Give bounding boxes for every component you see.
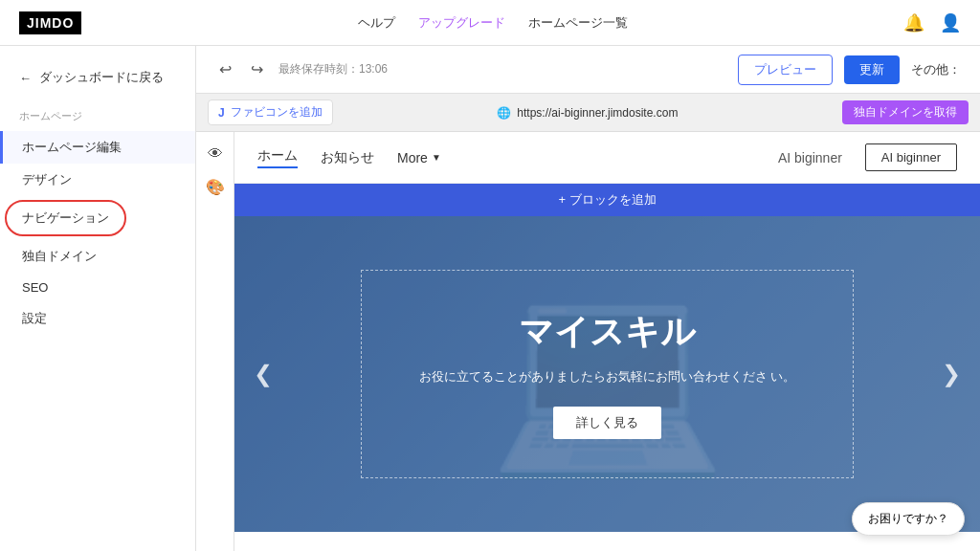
- add-block-bar[interactable]: + ブロックを追加: [234, 184, 980, 216]
- preview-nav-more[interactable]: More ▼: [397, 150, 441, 165]
- nav-help[interactable]: ヘルプ: [358, 14, 395, 32]
- update-button[interactable]: 更新: [844, 55, 900, 84]
- preview-nav: ホーム お知らせ More ▼ AI biginner AI biginner: [234, 132, 980, 184]
- browser-bar: J ファビコンを追加 🌐 https://ai-biginner.jimdosi…: [196, 94, 980, 132]
- navigation-label: ナビゲーション: [22, 210, 109, 225]
- preview-nav-title: AI biginner: [778, 150, 842, 165]
- editor-toolbar: ↩ ↪ 最終保存時刻：13:06 プレビュー 更新 その他：: [196, 46, 980, 94]
- preview-nav-home[interactable]: ホーム: [257, 147, 298, 168]
- url-text: https://ai-biginner.jimdosite.com: [517, 106, 678, 120]
- url-bar: 🌐 https://ai-biginner.jimdosite.com: [345, 106, 831, 120]
- nav-upgrade[interactable]: アップグレード: [418, 14, 505, 32]
- sidebar-section-label: ホームページ: [0, 105, 195, 131]
- hero-prev-button[interactable]: ❮: [254, 361, 273, 387]
- hero-section: 💻 マイスキル お役に立てることがありましたらお気軽にお問い合わせくださ い。 …: [234, 216, 980, 532]
- back-label: ダッシュボードに戻る: [39, 69, 164, 86]
- hero-subtitle: お役に立てることがありましたらお気軽にお問い合わせくださ い。: [419, 367, 796, 387]
- undo-button[interactable]: ↩: [215, 56, 235, 82]
- eye-icon-button[interactable]: 👁: [202, 140, 229, 168]
- hero-next-button[interactable]: ❯: [942, 361, 961, 387]
- hero-title: マイスキル: [419, 309, 796, 356]
- preview-button[interactable]: プレビュー: [738, 55, 833, 85]
- other-button[interactable]: その他：: [911, 61, 961, 78]
- top-nav: ヘルプ アップグレード ホームページ一覧: [358, 14, 628, 32]
- jimdo-j-icon: J: [218, 106, 225, 120]
- favicon-button[interactable]: J ファビコンを追加: [208, 99, 333, 125]
- content-area: ↩ ↪ 最終保存時刻：13:06 プレビュー 更新 その他： J ファビコンを追…: [196, 46, 980, 551]
- top-header: JIMDO ヘルプ アップグレード ホームページ一覧 🔔 👤: [0, 0, 980, 46]
- sidebar-item-navigation[interactable]: ナビゲーション ←: [0, 202, 195, 234]
- website-preview: 👁 🎨 ホーム お知らせ More ▼ AI biginner AI bigin…: [196, 132, 980, 551]
- more-label: More: [397, 150, 428, 165]
- hero-cta-button[interactable]: 詳しく見る: [553, 407, 661, 439]
- sidebar-item-design[interactable]: デザイン: [0, 164, 195, 196]
- back-arrow-icon: ←: [19, 71, 32, 85]
- nav-homepage-list[interactable]: ホームページ一覧: [528, 14, 628, 32]
- jimdo-logo: JIMDO: [19, 11, 81, 34]
- help-widget[interactable]: お困りですか？: [852, 502, 965, 536]
- save-time: 最終保存時刻：13:06: [278, 61, 388, 77]
- sidebar-item-seo[interactable]: SEO: [0, 273, 195, 302]
- left-icon-panel: 👁 🎨: [196, 132, 234, 551]
- paint-icon-button[interactable]: 🎨: [200, 172, 231, 202]
- domain-button[interactable]: 独自ドメインを取得: [842, 100, 969, 124]
- preview-nav-cta[interactable]: AI biginner: [865, 143, 957, 171]
- preview-nav-news[interactable]: お知らせ: [321, 149, 374, 166]
- back-link[interactable]: ← ダッシュボードに戻る: [0, 61, 195, 94]
- top-nav-icons: 🔔 👤: [903, 12, 961, 33]
- preview-inner: ホーム お知らせ More ▼ AI biginner AI biginner …: [234, 132, 980, 551]
- main-layout: ← ダッシュボードに戻る ホームページ ホームページ編集 デザイン ナビゲーショ…: [0, 46, 980, 551]
- favicon-label: ファビコンを追加: [231, 104, 323, 121]
- hero-content: マイスキル お役に立てることがありましたらお気軽にお問い合わせくださ い。 詳し…: [361, 270, 855, 478]
- globe-icon: 🌐: [497, 106, 511, 120]
- redo-button[interactable]: ↪: [247, 56, 267, 82]
- sidebar-item-domain[interactable]: 独自ドメイン: [0, 240, 195, 273]
- chevron-down-icon: ▼: [432, 152, 441, 163]
- sidebar-item-settings[interactable]: 設定: [0, 302, 195, 335]
- sidebar: ← ダッシュボードに戻る ホームページ ホームページ編集 デザイン ナビゲーショ…: [0, 46, 196, 551]
- user-icon[interactable]: 👤: [940, 12, 961, 33]
- sidebar-item-edit[interactable]: ホームページ編集: [0, 131, 195, 164]
- bell-icon[interactable]: 🔔: [903, 12, 924, 33]
